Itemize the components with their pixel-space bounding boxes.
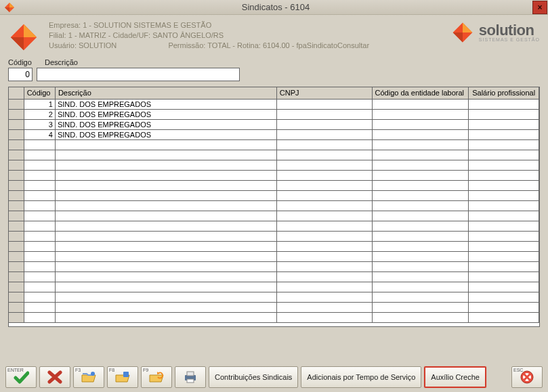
table-row xyxy=(9,221,539,231)
table-row xyxy=(9,302,539,312)
cell-codigo xyxy=(24,170,55,180)
delete-button[interactable] xyxy=(39,366,70,388)
col-entidade-header[interactable]: Código da entidade laboral xyxy=(372,87,469,99)
row-selector[interactable] xyxy=(9,129,24,139)
svg-point-9 xyxy=(91,372,95,376)
cell-descricao xyxy=(55,251,276,261)
cell-cnpj xyxy=(276,119,372,129)
svg-marker-1 xyxy=(9,3,14,7)
table-row[interactable]: 1SIND. DOS EMPREGADOS xyxy=(9,99,539,109)
enter-button[interactable]: ENTER xyxy=(5,366,37,388)
table-row xyxy=(9,231,539,241)
f9-button[interactable]: F9 xyxy=(141,366,172,388)
table-row xyxy=(9,160,539,170)
cell-codigo xyxy=(24,312,55,322)
cell-codigo: 3 xyxy=(24,119,55,129)
cell-descricao xyxy=(55,180,276,190)
svg-rect-10 xyxy=(123,372,129,377)
cell-salario xyxy=(469,139,539,150)
cell-entidade xyxy=(372,150,469,160)
brand-name: solution xyxy=(479,24,540,37)
col-descricao-header[interactable]: Descrição xyxy=(55,87,276,99)
cell-salario xyxy=(469,221,539,231)
cell-descricao xyxy=(55,190,276,200)
cell-salario xyxy=(469,200,539,211)
cell-descricao: SIND. DOS EMPREGADOS xyxy=(55,119,276,129)
cell-entidade xyxy=(372,261,469,271)
cell-entidade xyxy=(372,139,469,150)
table-wrapper: Código Descrição CNPJ Código da entidade… xyxy=(8,87,540,327)
row-selector[interactable] xyxy=(9,109,24,119)
window: Sindicatos - 6104 × Empresa: 1 - SOLUTIO… xyxy=(0,0,548,392)
cell-entidade xyxy=(372,160,469,170)
row-selector xyxy=(9,231,24,241)
close-button[interactable]: × xyxy=(532,1,547,14)
table-row[interactable]: 2SIND. DOS EMPREGADOS xyxy=(9,109,539,119)
cell-codigo xyxy=(24,200,55,211)
cell-salario xyxy=(469,190,539,200)
descricao-input[interactable] xyxy=(37,68,240,81)
cell-salario xyxy=(469,170,539,180)
titlebar: Sindicatos - 6104 × xyxy=(0,0,548,15)
cell-codigo xyxy=(24,302,55,312)
svg-marker-4 xyxy=(24,24,37,37)
cell-cnpj xyxy=(276,160,372,170)
folder-open-icon xyxy=(81,371,96,383)
brand-logo: solution SISTEMAS E GESTÃO xyxy=(450,20,540,45)
col-salario-header[interactable]: Salário profissional xyxy=(469,87,539,99)
cell-codigo xyxy=(24,139,55,150)
cell-entidade xyxy=(372,190,469,200)
table-row xyxy=(9,251,539,261)
codigo-input[interactable] xyxy=(8,68,33,81)
col-selector xyxy=(9,87,24,99)
cell-codigo xyxy=(24,160,55,170)
table-row[interactable]: 3SIND. DOS EMPREGADOS xyxy=(9,119,539,129)
auxilio-creche-label: Auxílio Creche xyxy=(431,373,480,381)
header-branch: Filial: 1 - MATRIZ - Cidade/UF: SANTO ÂN… xyxy=(49,30,369,41)
row-selector xyxy=(9,190,24,200)
f3-button[interactable]: F3 xyxy=(73,366,104,388)
auxilio-creche-button[interactable]: Auxílio Creche xyxy=(424,366,486,388)
col-cnpj-header[interactable]: CNPJ xyxy=(276,87,372,99)
grid[interactable]: Código Descrição CNPJ Código da entidade… xyxy=(9,87,539,323)
row-selector xyxy=(9,211,24,221)
row-selector xyxy=(9,251,24,261)
cell-entidade xyxy=(372,180,469,190)
row-selector xyxy=(9,150,24,160)
cell-descricao: SIND. DOS EMPREGADOS xyxy=(55,129,276,139)
cell-cnpj xyxy=(276,312,372,322)
check-icon xyxy=(13,370,29,384)
adicionais-button[interactable]: Adicionais por Tempo de Serviço xyxy=(301,366,421,388)
header-permission: Permissão: TOTAL - Rotina: 6104.00 - fpa… xyxy=(168,41,369,49)
filter-area: Código Descrição xyxy=(0,57,548,85)
cell-cnpj xyxy=(276,231,372,241)
footer-toolbar: ENTER F3 F8 F9 xyxy=(5,366,543,388)
cell-salario xyxy=(469,231,539,241)
folder-refresh-icon xyxy=(149,371,164,383)
cell-descricao xyxy=(55,231,276,241)
table-row xyxy=(9,170,539,180)
cell-codigo xyxy=(24,231,55,241)
print-button[interactable] xyxy=(175,366,206,388)
cell-entidade xyxy=(372,312,469,322)
f8-button[interactable]: F8 xyxy=(107,366,138,388)
table-row xyxy=(9,241,539,251)
cell-entidade xyxy=(372,292,469,302)
row-selector[interactable] xyxy=(9,99,24,109)
row-selector[interactable] xyxy=(9,119,24,129)
cell-entidade xyxy=(372,251,469,261)
f9-key-label: F9 xyxy=(143,368,148,372)
cell-salario xyxy=(469,302,539,312)
esc-button[interactable]: ESC xyxy=(511,366,543,388)
col-codigo-header[interactable]: Código xyxy=(24,87,55,99)
cell-cnpj xyxy=(276,109,372,119)
cell-codigo xyxy=(24,190,55,200)
f8-key-label: F8 xyxy=(109,368,114,372)
contribuicoes-button[interactable]: Contribuições Sindicais xyxy=(209,366,298,388)
cell-entidade xyxy=(372,119,469,129)
cell-salario xyxy=(469,312,539,322)
window-title: Sindicatos - 6104 xyxy=(19,2,532,12)
row-selector xyxy=(9,261,24,271)
cell-cnpj xyxy=(276,302,372,312)
table-row[interactable]: 4SIND. DOS EMPREGADOS xyxy=(9,129,539,139)
